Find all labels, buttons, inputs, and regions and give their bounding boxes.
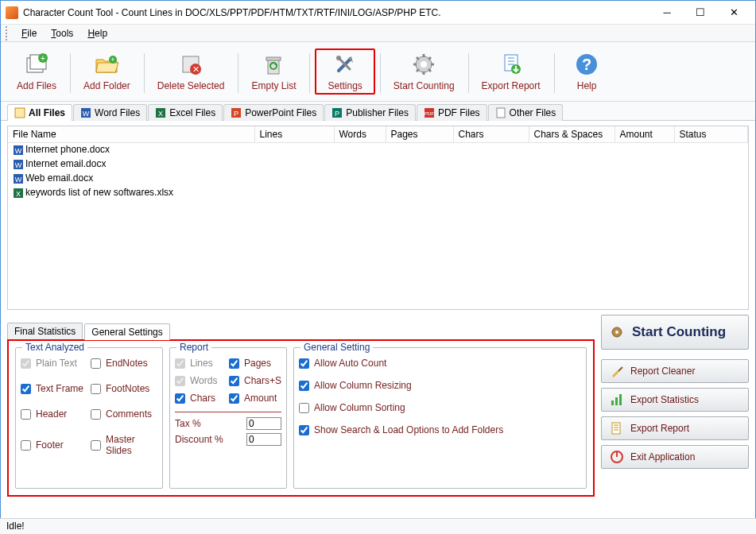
svg-point-12: [336, 56, 341, 60]
col-chars-spaces[interactable]: Chars & Spaces: [529, 126, 614, 143]
tab-word-files[interactable]: WWord Files: [73, 104, 147, 121]
chk-endnotes[interactable]: EndNotes: [91, 358, 157, 369]
add-folder-button[interactable]: + Add Folder: [76, 48, 139, 95]
table-row[interactable]: Xkeywords list of new softwares.xlsx: [8, 186, 748, 200]
svg-text:?: ?: [582, 56, 591, 73]
delete-icon: ✕: [178, 52, 204, 77]
col-status[interactable]: Status: [674, 126, 748, 143]
svg-line-20: [428, 69, 431, 72]
export-statistics-button[interactable]: Export Statistics: [601, 388, 749, 412]
tab-excel-files[interactable]: XExcel Files: [148, 104, 223, 121]
tax-input[interactable]: [246, 417, 281, 430]
settings-panel: Text Analyzed Plain Text EndNotes Text F…: [7, 339, 595, 497]
chk-show-search[interactable]: Show Search & Load Options to Add Folder…: [299, 424, 581, 435]
tab-publisher-files[interactable]: PPublisher Files: [324, 104, 416, 121]
tab-pdf-files[interactable]: PDFPDF Files: [417, 104, 487, 121]
svg-line-49: [618, 367, 622, 371]
delete-selected-button[interactable]: ✕ Delete Selected: [149, 48, 234, 95]
tab-general-settings[interactable]: General Settings: [84, 323, 169, 340]
chk-pages[interactable]: Pages: [229, 358, 281, 369]
bottom-tabs: Final Statistics General Settings: [7, 323, 595, 339]
export-report-button[interactable]: Export Report: [474, 48, 549, 95]
svg-text:✕: ✕: [192, 64, 200, 74]
table-header-row: File Name Lines Words Pages Chars Chars …: [8, 126, 748, 143]
toolbar: + Add Files + Add Folder ✕ Delete Select…: [1, 42, 755, 102]
fieldset-general: General Setting Allow Auto Count Allow C…: [293, 347, 587, 489]
toolbar-label: Add Folder: [83, 80, 130, 91]
chk-col-sort[interactable]: Allow Column Sorting: [299, 402, 581, 413]
side-buttons: Start Counting Report Cleaner Export Sta…: [601, 315, 749, 497]
svg-text:P: P: [234, 110, 238, 118]
chk-footer[interactable]: Footer: [21, 434, 87, 456]
add-folder-icon: +: [94, 52, 119, 77]
svg-rect-50: [611, 400, 614, 405]
chk-comments[interactable]: Comments: [91, 408, 157, 420]
broom-icon: [610, 364, 624, 378]
toolbar-label: Add Files: [17, 80, 56, 91]
export-icon: [498, 52, 524, 77]
svg-text:PDF: PDF: [425, 111, 434, 116]
toolbar-label: Export Report: [482, 80, 541, 91]
table-row[interactable]: WWeb email.docx: [8, 172, 748, 186]
menu-file[interactable]: File: [15, 26, 43, 41]
svg-text:P: P: [335, 110, 339, 118]
chk-chars-s[interactable]: Chars+S: [229, 375, 281, 386]
add-files-icon: +: [24, 52, 49, 77]
publisher-icon: P: [331, 107, 343, 118]
chk-auto-count[interactable]: Allow Auto Count: [299, 358, 581, 369]
settings-button[interactable]: Settings: [315, 48, 374, 95]
chk-header[interactable]: Header: [21, 408, 87, 420]
chk-master-slides[interactable]: Master Slides: [91, 434, 157, 456]
titlebar: Character Count Tool - Count Lines in DO…: [1, 1, 755, 25]
col-lines[interactable]: Lines: [254, 126, 334, 143]
tab-ppt-files[interactable]: PPowerPoint Files: [223, 104, 324, 121]
chk-text-frame[interactable]: Text Frame: [21, 383, 87, 394]
help-button[interactable]: ? Help: [560, 48, 615, 95]
fieldset-text-analyzed: Text Analyzed Plain Text EndNotes Text F…: [15, 347, 163, 489]
empty-list-button[interactable]: Empty List: [243, 48, 304, 95]
menu-tools[interactable]: Tools: [45, 26, 79, 41]
svg-text:W: W: [15, 176, 22, 184]
chk-chars[interactable]: Chars: [175, 393, 226, 404]
start-counting-button[interactable]: Start Counting: [386, 48, 463, 95]
svg-rect-9: [268, 60, 279, 74]
chk-amount[interactable]: Amount: [229, 393, 281, 404]
svg-text:W: W: [83, 110, 90, 118]
pdf-icon: PDF: [424, 107, 435, 118]
exit-application-button[interactable]: Exit Application: [601, 445, 749, 469]
table-row[interactable]: WInternet phone.docx: [8, 143, 748, 157]
close-button[interactable]: ✕: [717, 2, 750, 24]
tab-final-statistics[interactable]: Final Statistics: [7, 323, 83, 339]
chk-words: Words: [175, 375, 226, 386]
tab-other-files[interactable]: Other Files: [488, 104, 564, 121]
col-chars[interactable]: Chars: [453, 126, 529, 143]
file-type-tabs: All Files WWord Files XExcel Files PPowe…: [1, 102, 755, 121]
chk-footnotes[interactable]: FootNotes: [91, 383, 157, 394]
col-words[interactable]: Words: [334, 126, 386, 143]
file-type-icon: W: [13, 159, 24, 170]
export-report-side-button[interactable]: Export Report: [601, 416, 749, 440]
minimize-button[interactable]: ─: [650, 2, 684, 24]
svg-text:+: +: [41, 54, 45, 63]
other-files-icon: [495, 107, 506, 118]
svg-line-21: [428, 57, 431, 60]
discount-input[interactable]: [246, 433, 281, 446]
start-counting-side-button[interactable]: Start Counting: [601, 315, 749, 350]
col-filename[interactable]: File Name: [8, 126, 254, 143]
table-row[interactable]: WInternet email.docx: [8, 157, 748, 172]
col-amount[interactable]: Amount: [614, 126, 674, 143]
gear-icon: [610, 325, 624, 339]
help-icon: ?: [574, 52, 599, 77]
tab-all-files[interactable]: All Files: [7, 104, 72, 121]
empty-list-icon: [261, 52, 286, 77]
grip-icon: [6, 26, 9, 41]
toolbar-label: Empty List: [251, 80, 296, 91]
add-files-button[interactable]: + Add Files: [9, 48, 65, 95]
maximize-button[interactable]: ☐: [684, 2, 717, 24]
svg-point-14: [421, 61, 427, 68]
lower-panel: Final Statistics General Settings Text A…: [1, 315, 755, 500]
chk-col-resize[interactable]: Allow Column Resizing: [299, 380, 581, 391]
menu-help[interactable]: Help: [81, 26, 114, 41]
report-cleaner-button[interactable]: Report Cleaner: [601, 359, 749, 383]
col-pages[interactable]: Pages: [386, 126, 453, 143]
